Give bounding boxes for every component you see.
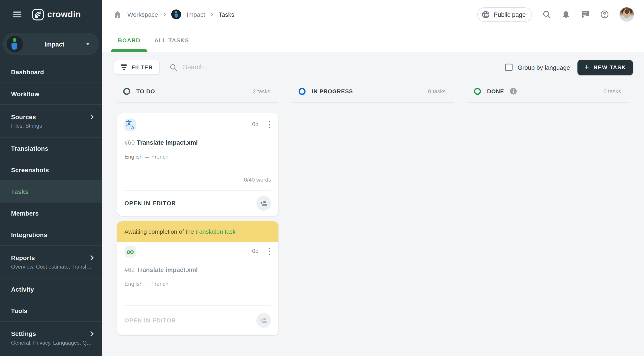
breadcrumb-workspace[interactable]: Workspace — [127, 11, 158, 18]
sidebar-item-workflow[interactable]: Workflow — [0, 83, 102, 104]
breadcrumb: Workspace › Impact › Tasks — [113, 10, 477, 19]
kanban-columns: TO DO 2 tasks 文 A 0d — [102, 75, 644, 335]
kebab-menu-icon[interactable] — [268, 120, 271, 129]
breadcrumb-current-page: Tasks — [218, 11, 234, 18]
word-count: 0/40 words — [124, 176, 271, 182]
divider — [117, 102, 278, 103]
search-bar — [169, 63, 505, 72]
divider — [468, 102, 629, 103]
translation-task-link[interactable]: translation task — [196, 228, 236, 234]
sidebar-item-reports[interactable]: Reports Overview, Cost estimate, Transl… — [0, 246, 102, 278]
bell-icon[interactable] — [562, 10, 570, 19]
public-page-button[interactable]: Public page — [477, 7, 532, 22]
new-task-button[interactable]: + NEW TASK — [577, 60, 633, 75]
column-todo: TO DO 2 tasks 文 A 0d — [117, 86, 278, 335]
task-title[interactable]: #60Translate impact.xml — [124, 139, 271, 146]
sidebar-item-screenshots[interactable]: Screenshots — [0, 159, 102, 180]
toolbar: FILTER Group by language + NEW TASK — [102, 52, 644, 75]
globe-icon — [481, 10, 490, 19]
chevron-right-icon — [88, 255, 94, 260]
sidebar-item-integrations[interactable]: Integrations — [0, 224, 102, 245]
search-input[interactable] — [183, 64, 347, 71]
sidebar-top: crowdin — [0, 0, 102, 29]
person-add-icon — [260, 316, 268, 324]
help-icon[interactable] — [600, 10, 609, 19]
plus-icon: + — [584, 63, 589, 71]
main-area: Workspace › Impact › Tasks Public page — [102, 0, 644, 356]
top-actions: Public page — [477, 7, 634, 22]
todo-status-icon — [123, 88, 130, 94]
due-badge: 0d — [252, 120, 259, 127]
project-avatar — [6, 36, 23, 52]
search-icon[interactable] — [542, 10, 551, 19]
open-in-editor-link[interactable]: OPEN IN EDITOR — [124, 200, 176, 206]
kebab-menu-icon[interactable] — [268, 247, 271, 256]
project-switcher[interactable]: Impact — [3, 33, 98, 55]
caret-down-icon — [86, 43, 90, 45]
task-title[interactable]: #62Translate impact.xml — [124, 266, 271, 273]
open-in-editor-link-disabled: OPEN IN EDITOR — [124, 317, 176, 323]
proofread-icon — [124, 246, 136, 257]
home-icon[interactable] — [113, 10, 122, 19]
divider — [292, 102, 454, 103]
translate-icon: 文 A — [124, 119, 136, 130]
sidebar: crowdin Impact Dashboard Workflow Source… — [0, 0, 102, 356]
breadcrumb-project[interactable]: Impact — [187, 11, 205, 18]
chat-icon[interactable] — [581, 10, 590, 19]
sidebar-item-settings[interactable]: Settings General, Privacy, Languages, Q… — [0, 322, 102, 354]
crowdin-logo-mark — [32, 8, 44, 20]
person-add-icon — [260, 199, 268, 207]
crowdin-wordmark: crowdin — [47, 10, 81, 19]
group-by-language-toggle[interactable]: Group by language — [505, 64, 570, 71]
column-todo-header: TO DO 2 tasks — [117, 86, 278, 96]
search-icon — [169, 63, 178, 72]
breadcrumb-project-avatar[interactable] — [172, 10, 181, 19]
group-by-language-label: Group by language — [518, 64, 570, 71]
filter-button[interactable]: FILTER — [114, 60, 160, 75]
tab-all-tasks[interactable]: ALL TASKS — [147, 29, 196, 52]
user-avatar[interactable] — [620, 7, 634, 22]
sidebar-item-tools[interactable]: Tools — [0, 300, 102, 321]
chevron-right-icon — [88, 331, 94, 336]
top-bar: Workspace › Impact › Tasks Public page — [102, 0, 644, 29]
tabs: BOARD ALL TASKS — [102, 29, 644, 52]
sidebar-item-dashboard[interactable]: Dashboard — [0, 61, 102, 83]
task-card-60[interactable]: 文 A 0d #60Translate impact.xml English →… — [117, 113, 278, 216]
sidebar-item-tasks[interactable]: Tasks — [0, 181, 102, 202]
sidebar-item-sources[interactable]: Sources Files, Strings — [0, 105, 102, 137]
project-name: Impact — [23, 40, 86, 48]
column-in-progress: IN PROGRESS 0 tasks — [292, 86, 454, 335]
task-language-pair: English → French — [124, 281, 271, 287]
sidebar-item-members[interactable]: Members — [0, 202, 102, 224]
group-by-language-checkbox[interactable] — [505, 64, 513, 71]
awaiting-banner: Awaiting completion of the translation t… — [117, 221, 278, 242]
board-content: FILTER Group by language + NEW TASK — [102, 52, 644, 356]
chevron-right-icon — [88, 114, 94, 119]
in-progress-status-icon — [298, 88, 306, 94]
todo-count: 2 tasks — [253, 88, 270, 94]
sidebar-item-translations[interactable]: Translations — [0, 138, 102, 159]
chevron-right-icon: › — [210, 10, 213, 19]
crowdin-app: crowdin Impact Dashboard Workflow Source… — [0, 0, 644, 356]
column-in-progress-header: IN PROGRESS 0 tasks — [292, 86, 454, 96]
filter-icon — [121, 65, 127, 70]
assign-button[interactable] — [256, 313, 271, 328]
column-done: DONE i 0 tasks — [468, 86, 629, 335]
done-count: 0 tasks — [604, 88, 621, 94]
crowdin-logo[interactable]: crowdin — [32, 8, 81, 20]
done-status-icon — [474, 88, 481, 94]
task-language-pair: English → French — [124, 154, 271, 160]
column-done-header: DONE i 0 tasks — [468, 86, 629, 96]
info-icon[interactable]: i — [510, 88, 517, 94]
due-badge: 0d — [252, 248, 259, 254]
sidebar-item-activity[interactable]: Activity — [0, 278, 102, 300]
assign-button[interactable] — [256, 196, 271, 210]
in-progress-count: 0 tasks — [428, 88, 446, 94]
hamburger-menu-icon[interactable] — [13, 10, 22, 18]
tab-board[interactable]: BOARD — [111, 29, 147, 52]
task-card-62[interactable]: Awaiting completion of the translation t… — [117, 221, 278, 335]
chevron-right-icon: › — [164, 10, 166, 19]
